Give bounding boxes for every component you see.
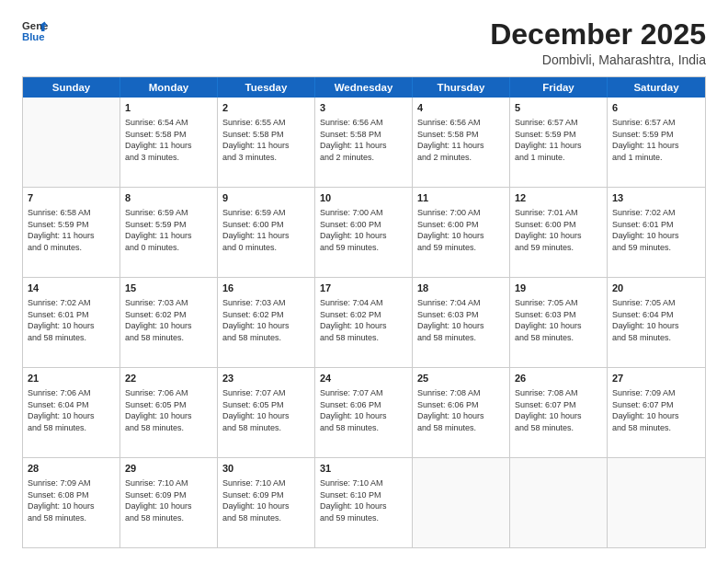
day-cell-13: 13Sunrise: 7:02 AM Sunset: 6:01 PM Dayli… <box>608 188 705 277</box>
day-info: Sunrise: 6:56 AM Sunset: 5:58 PM Dayligh… <box>417 117 505 163</box>
week-row-5: 28Sunrise: 7:09 AM Sunset: 6:08 PM Dayli… <box>23 457 705 547</box>
page: General Blue December 2025 Dombivli, Mah… <box>0 0 728 563</box>
day-number: 21 <box>28 372 115 385</box>
day-info: Sunrise: 7:10 AM Sunset: 6:10 PM Dayligh… <box>320 477 407 523</box>
empty-cell <box>413 458 510 547</box>
day-number: 11 <box>417 191 505 205</box>
day-number: 1 <box>125 101 212 115</box>
day-cell-17: 17Sunrise: 7:04 AM Sunset: 6:02 PM Dayli… <box>315 278 413 367</box>
day-info: Sunrise: 7:05 AM Sunset: 6:03 PM Dayligh… <box>515 297 602 343</box>
day-info: Sunrise: 7:00 AM Sunset: 6:00 PM Dayligh… <box>417 207 505 253</box>
day-cell-10: 10Sunrise: 7:00 AM Sunset: 6:00 PM Dayli… <box>315 188 413 277</box>
day-info: Sunrise: 7:08 AM Sunset: 6:07 PM Dayligh… <box>515 387 602 433</box>
day-info: Sunrise: 6:56 AM Sunset: 5:58 PM Dayligh… <box>320 117 407 163</box>
day-cell-12: 12Sunrise: 7:01 AM Sunset: 6:00 PM Dayli… <box>510 188 608 277</box>
day-cell-3: 3Sunrise: 6:56 AM Sunset: 5:58 PM Daylig… <box>315 98 413 187</box>
day-number: 2 <box>222 101 310 115</box>
day-cell-29: 29Sunrise: 7:10 AM Sunset: 6:09 PM Dayli… <box>120 458 218 547</box>
day-info: Sunrise: 6:55 AM Sunset: 5:58 PM Dayligh… <box>222 117 310 163</box>
day-number: 23 <box>222 372 310 385</box>
day-cell-11: 11Sunrise: 7:00 AM Sunset: 6:00 PM Dayli… <box>413 188 510 277</box>
day-info: Sunrise: 6:57 AM Sunset: 5:59 PM Dayligh… <box>612 117 700 163</box>
day-info: Sunrise: 7:02 AM Sunset: 6:01 PM Dayligh… <box>612 207 700 253</box>
day-number: 10 <box>320 191 407 205</box>
day-number: 28 <box>28 462 115 476</box>
day-cell-1: 1Sunrise: 6:54 AM Sunset: 5:58 PM Daylig… <box>120 98 218 187</box>
day-number: 15 <box>125 282 212 295</box>
calendar-body: 1Sunrise: 6:54 AM Sunset: 5:58 PM Daylig… <box>23 98 705 547</box>
week-row-4: 21Sunrise: 7:06 AM Sunset: 6:04 PM Dayli… <box>23 367 705 457</box>
day-cell-7: 7Sunrise: 6:58 AM Sunset: 5:59 PM Daylig… <box>23 188 120 277</box>
day-number: 22 <box>125 372 212 385</box>
day-cell-22: 22Sunrise: 7:06 AM Sunset: 6:05 PM Dayli… <box>120 368 218 457</box>
header-day-tuesday: Tuesday <box>218 77 315 98</box>
day-cell-18: 18Sunrise: 7:04 AM Sunset: 6:03 PM Dayli… <box>413 278 510 367</box>
day-info: Sunrise: 7:07 AM Sunset: 6:06 PM Dayligh… <box>320 387 407 433</box>
day-cell-9: 9Sunrise: 6:59 AM Sunset: 6:00 PM Daylig… <box>218 188 315 277</box>
day-info: Sunrise: 7:03 AM Sunset: 6:02 PM Dayligh… <box>222 297 310 343</box>
day-cell-2: 2Sunrise: 6:55 AM Sunset: 5:58 PM Daylig… <box>218 98 315 187</box>
week-row-3: 14Sunrise: 7:02 AM Sunset: 6:01 PM Dayli… <box>23 277 705 367</box>
day-number: 20 <box>612 282 700 295</box>
day-cell-30: 30Sunrise: 7:10 AM Sunset: 6:09 PM Dayli… <box>218 458 315 547</box>
day-info: Sunrise: 6:59 AM Sunset: 6:00 PM Dayligh… <box>222 207 310 253</box>
day-cell-16: 16Sunrise: 7:03 AM Sunset: 6:02 PM Dayli… <box>218 278 315 367</box>
day-number: 13 <box>612 191 700 205</box>
day-info: Sunrise: 7:05 AM Sunset: 6:04 PM Dayligh… <box>612 297 700 343</box>
day-number: 7 <box>28 191 115 205</box>
day-cell-6: 6Sunrise: 6:57 AM Sunset: 5:59 PM Daylig… <box>608 98 705 187</box>
day-cell-21: 21Sunrise: 7:06 AM Sunset: 6:04 PM Dayli… <box>23 368 120 457</box>
day-number: 26 <box>515 372 602 385</box>
day-cell-27: 27Sunrise: 7:09 AM Sunset: 6:07 PM Dayli… <box>608 368 705 457</box>
day-number: 30 <box>222 462 310 476</box>
day-number: 8 <box>125 191 212 205</box>
day-info: Sunrise: 7:01 AM Sunset: 6:00 PM Dayligh… <box>515 207 602 253</box>
day-info: Sunrise: 6:58 AM Sunset: 5:59 PM Dayligh… <box>28 207 115 253</box>
day-cell-25: 25Sunrise: 7:08 AM Sunset: 6:06 PM Dayli… <box>413 368 510 457</box>
empty-cell <box>510 458 608 547</box>
header-day-thursday: Thursday <box>413 77 510 98</box>
day-number: 16 <box>222 282 310 295</box>
day-number: 18 <box>417 282 505 295</box>
day-number: 17 <box>320 282 407 295</box>
day-info: Sunrise: 7:03 AM Sunset: 6:02 PM Dayligh… <box>125 297 212 343</box>
day-info: Sunrise: 6:57 AM Sunset: 5:59 PM Dayligh… <box>515 117 602 163</box>
day-number: 12 <box>515 191 602 205</box>
logo-icon: General Blue <box>22 18 48 44</box>
day-info: Sunrise: 7:04 AM Sunset: 6:03 PM Dayligh… <box>417 297 505 343</box>
title-block: December 2025 Dombivli, Maharashtra, Ind… <box>490 18 706 67</box>
day-info: Sunrise: 7:10 AM Sunset: 6:09 PM Dayligh… <box>222 477 310 523</box>
day-info: Sunrise: 7:10 AM Sunset: 6:09 PM Dayligh… <box>125 477 212 523</box>
day-info: Sunrise: 7:06 AM Sunset: 6:05 PM Dayligh… <box>125 387 212 433</box>
day-cell-24: 24Sunrise: 7:07 AM Sunset: 6:06 PM Dayli… <box>315 368 413 457</box>
day-number: 5 <box>515 101 602 115</box>
day-info: Sunrise: 7:08 AM Sunset: 6:06 PM Dayligh… <box>417 387 505 433</box>
day-number: 31 <box>320 462 407 476</box>
day-cell-14: 14Sunrise: 7:02 AM Sunset: 6:01 PM Dayli… <box>23 278 120 367</box>
day-cell-4: 4Sunrise: 6:56 AM Sunset: 5:58 PM Daylig… <box>413 98 510 187</box>
calendar-header: SundayMondayTuesdayWednesdayThursdayFrid… <box>23 77 705 98</box>
day-info: Sunrise: 6:59 AM Sunset: 5:59 PM Dayligh… <box>125 207 212 253</box>
day-number: 27 <box>612 372 700 385</box>
day-number: 19 <box>515 282 602 295</box>
day-number: 24 <box>320 372 407 385</box>
logo: General Blue <box>22 18 48 44</box>
day-cell-19: 19Sunrise: 7:05 AM Sunset: 6:03 PM Dayli… <box>510 278 608 367</box>
header-day-monday: Monday <box>120 77 218 98</box>
day-cell-8: 8Sunrise: 6:59 AM Sunset: 5:59 PM Daylig… <box>120 188 218 277</box>
week-row-1: 1Sunrise: 6:54 AM Sunset: 5:58 PM Daylig… <box>23 98 705 187</box>
calendar: SundayMondayTuesdayWednesdayThursdayFrid… <box>22 76 706 548</box>
day-cell-23: 23Sunrise: 7:07 AM Sunset: 6:05 PM Dayli… <box>218 368 315 457</box>
day-cell-31: 31Sunrise: 7:10 AM Sunset: 6:10 PM Dayli… <box>315 458 413 547</box>
day-info: Sunrise: 6:54 AM Sunset: 5:58 PM Dayligh… <box>125 117 212 163</box>
day-info: Sunrise: 7:07 AM Sunset: 6:05 PM Dayligh… <box>222 387 310 433</box>
week-row-2: 7Sunrise: 6:58 AM Sunset: 5:59 PM Daylig… <box>23 187 705 277</box>
day-info: Sunrise: 7:04 AM Sunset: 6:02 PM Dayligh… <box>320 297 407 343</box>
day-info: Sunrise: 7:09 AM Sunset: 6:07 PM Dayligh… <box>612 387 700 433</box>
day-cell-26: 26Sunrise: 7:08 AM Sunset: 6:07 PM Dayli… <box>510 368 608 457</box>
header-day-friday: Friday <box>510 77 608 98</box>
day-cell-15: 15Sunrise: 7:03 AM Sunset: 6:02 PM Dayli… <box>120 278 218 367</box>
header-day-wednesday: Wednesday <box>315 77 413 98</box>
day-info: Sunrise: 7:06 AM Sunset: 6:04 PM Dayligh… <box>28 387 115 433</box>
day-info: Sunrise: 7:00 AM Sunset: 6:00 PM Dayligh… <box>320 207 407 253</box>
